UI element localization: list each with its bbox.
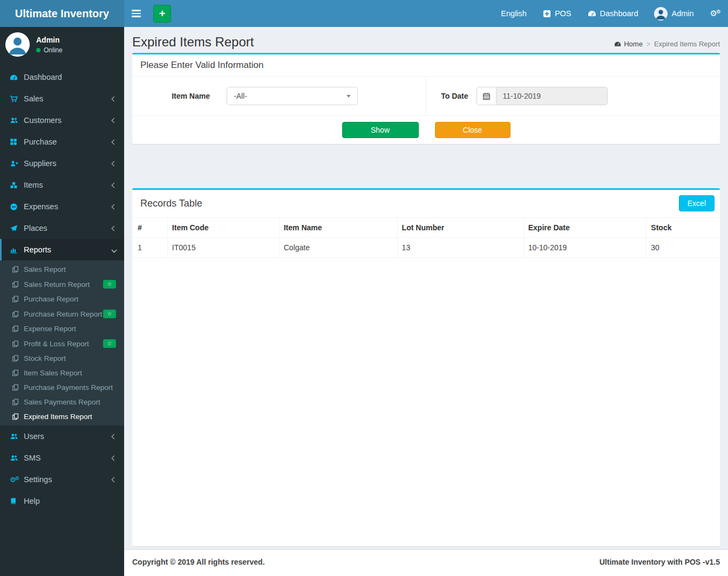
sidebar-user-name: Admin <box>36 36 63 44</box>
report-copy-icon <box>12 281 24 288</box>
filter-panel-title: Please Enter Valid Information <box>132 54 720 77</box>
caret-down-icon <box>346 95 351 98</box>
table-header-row: # Item Code Item Name Lot Number Expire … <box>132 218 720 238</box>
submenu-item-item-sales-report[interactable]: Item Sales Report <box>0 366 124 380</box>
star-badge: ☆ <box>103 339 116 348</box>
submenu-item-purchase-payments-report[interactable]: Purchase Payments Report <box>0 380 124 395</box>
version-text: Ultimate Inventory with POS -v1.5 <box>600 558 720 568</box>
top-navbar: + English POS Dashboard Admin <box>124 0 728 27</box>
submenu-item-sales-report[interactable]: Sales Report <box>0 262 124 277</box>
user-avatar <box>654 7 668 20</box>
main-header: Ultimate Inventory + English POS Dashboa… <box>0 0 728 27</box>
col-header-index: # <box>132 218 167 238</box>
show-button[interactable]: Show <box>342 122 419 138</box>
chevron-left-icon <box>112 225 117 231</box>
records-panel-header: Records Table Excel <box>132 190 720 217</box>
records-panel: Records Table Excel # Item Code Item Nam… <box>132 188 720 546</box>
sidebar-toggle-button[interactable] <box>124 0 148 27</box>
online-dot-icon <box>36 48 40 52</box>
excel-export-button[interactable]: Excel <box>679 195 715 211</box>
col-header-stock: Stock <box>647 218 720 238</box>
breadcrumb-separator: > <box>647 40 650 48</box>
submenu-item-sales-return-report[interactable]: Sales Return Report ☆ <box>0 277 124 292</box>
cell-item-code: IT0015 <box>167 238 279 258</box>
star-icon: ☆ <box>107 340 112 346</box>
quick-add-button[interactable]: + <box>153 5 171 23</box>
submenu-item-expired-items-report[interactable]: Expired Items Report <box>0 409 124 424</box>
chevron-left-icon <box>112 182 117 188</box>
close-button[interactable]: Close <box>435 122 511 138</box>
item-name-select[interactable]: -All- <box>227 87 358 105</box>
chevron-left-icon <box>112 434 117 439</box>
submenu-item-stock-report[interactable]: Stock Report <box>0 351 124 366</box>
sidebar-item-reports[interactable]: Reports Sales Report Sales Return Report… <box>0 239 124 426</box>
col-header-item-name: Item Name <box>279 218 397 238</box>
pos-link[interactable]: POS <box>535 0 580 27</box>
chevron-left-icon <box>112 204 117 209</box>
sidebar-item-places[interactable]: Places <box>0 217 124 239</box>
user-plus-icon <box>10 160 24 168</box>
sidebar-item-purchase[interactable]: Purchase <box>0 131 124 153</box>
cubes-icon <box>10 181 24 189</box>
sidebar-item-dashboard[interactable]: Dashboard <box>0 66 124 88</box>
report-copy-icon <box>12 399 24 406</box>
sidebar-item-expenses[interactable]: Expenses <box>0 196 124 217</box>
submenu-item-sales-payments-report[interactable]: Sales Payments Report <box>0 395 124 409</box>
user-menu[interactable]: Admin <box>646 0 702 27</box>
breadcrumb-current: Expired Items Report <box>654 40 720 48</box>
chevron-left-icon <box>112 96 117 101</box>
submenu-item-purchase-report[interactable]: Purchase Report <box>0 292 124 306</box>
chevron-left-icon <box>112 118 117 123</box>
report-copy-icon <box>12 413 24 420</box>
sidebar-user-panel: Admin Online <box>0 27 124 62</box>
navbar-right: English POS Dashboard Admin ⚙⚙ <box>493 0 728 27</box>
star-icon: ☆ <box>107 311 112 317</box>
hamburger-icon <box>132 8 141 19</box>
report-copy-icon <box>12 340 24 347</box>
tachometer-icon <box>10 73 24 81</box>
submenu-item-expense-report[interactable]: Expense Report <box>0 321 124 336</box>
report-copy-icon <box>12 384 24 391</box>
plus-square-icon <box>543 10 551 18</box>
dashboard-link[interactable]: Dashboard <box>580 0 647 27</box>
records-title: Records Table <box>140 198 202 209</box>
tachometer-icon <box>588 9 596 18</box>
reports-submenu: Sales Report Sales Return Report ☆ Purch… <box>0 260 124 426</box>
report-copy-icon <box>12 355 24 362</box>
copyright-text: Copyright © 2019 All rights reserved. <box>132 558 265 568</box>
sidebar: Admin Online Dashboard Sales Customers P… <box>0 27 124 576</box>
calendar-icon[interactable] <box>477 87 496 105</box>
sidebar-avatar <box>5 32 30 57</box>
sidebar-item-sales[interactable]: Sales <box>0 88 124 109</box>
gears-icon: ⚙⚙ <box>710 9 720 18</box>
sidebar-item-help[interactable]: Help <box>0 490 124 512</box>
breadcrumb-home-link[interactable]: Home <box>614 40 643 48</box>
sidebar-item-customers[interactable]: Customers <box>0 109 124 131</box>
item-name-label: Item Name <box>140 92 227 100</box>
sidebar-item-sms[interactable]: SMS <box>0 447 124 469</box>
sidebar-item-suppliers[interactable]: Suppliers <box>0 153 124 174</box>
filter-form-row: Item Name -All- To Date <box>132 77 720 115</box>
users-icon <box>10 433 24 441</box>
sidebar-item-items[interactable]: Items <box>0 174 124 196</box>
sidebar-menu: Dashboard Sales Customers Purchase Suppl… <box>0 66 124 512</box>
star-badge: ☆ <box>103 280 116 289</box>
language-menu[interactable]: English <box>493 0 535 27</box>
app-logo[interactable]: Ultimate Inventory <box>0 0 124 27</box>
submenu-item-profit-loss-report[interactable]: Profit & Loss Report ☆ <box>0 336 124 351</box>
chevron-left-icon <box>112 477 117 482</box>
report-copy-icon <box>12 266 24 273</box>
submenu-item-purchase-return-report[interactable]: Purchase Return Report ☆ <box>0 306 124 321</box>
sidebar-item-users[interactable]: Users <box>0 426 124 447</box>
dashboard-icon <box>614 40 621 47</box>
settings-gears-button[interactable]: ⚙⚙ <box>702 0 728 27</box>
star-badge: ☆ <box>103 310 116 318</box>
page-title: Expired Items Report <box>132 35 254 50</box>
main-footer: Copyright © 2019 All rights reserved. Ul… <box>124 549 728 576</box>
filter-actions: Show Close <box>132 115 720 144</box>
to-date-input[interactable] <box>496 87 608 105</box>
chevron-left-icon <box>112 139 117 145</box>
sidebar-item-settings[interactable]: ⚙⚙ Settings <box>0 469 124 490</box>
grid-icon <box>10 138 24 146</box>
table-row: 1 IT0015 Colgate 13 10-10-2019 30 <box>132 238 720 258</box>
